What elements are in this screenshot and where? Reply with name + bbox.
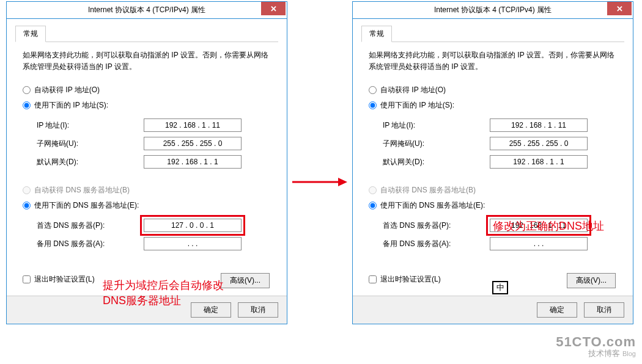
watermark-line1: 51CTO.com (556, 335, 636, 349)
radio-use-dns-label: 使用下面的 DNS 服务器地址(E): (380, 200, 485, 211)
cancel-button[interactable]: 取消 (584, 302, 624, 318)
ip-field-group: IP 地址(I): 192 . 168 . 1 . 11 子网掩码(U): 25… (366, 114, 619, 178)
close-button[interactable]: ✕ (261, 2, 286, 15)
radio-auto-ip-label: 自动获得 IP 地址(O) (34, 85, 100, 95)
ip-field-group: IP 地址(I): 192 . 168 . 1 . 11 子网掩码(U): 25… (20, 114, 273, 178)
cancel-button[interactable]: 取消 (238, 302, 278, 318)
dialog-body: 常规 如果网络支持此功能，则可以获取自动指派的 IP 设置。否则，你需要从网络系… (353, 19, 633, 296)
ok-button[interactable]: 确定 (537, 302, 577, 318)
radio-use-dns-input[interactable] (23, 202, 31, 209)
dns-secondary-input[interactable]: . . . (490, 237, 588, 250)
description-text: 如果网络支持此功能，则可以获取自动指派的 IP 设置。否则，你需要从网络系统管理… (369, 49, 617, 73)
gateway-row: 默认网关(D): 192 . 168 . 1 . 1 (383, 154, 616, 170)
ip-address-label: IP 地址(I): (383, 120, 490, 131)
radio-auto-dns-input (23, 186, 31, 194)
close-button[interactable]: ✕ (607, 2, 632, 15)
tab-general[interactable]: 常规 (361, 26, 392, 42)
radio-use-dns[interactable]: 使用下面的 DNS 服务器地址(E): (23, 199, 271, 212)
radio-use-ip[interactable]: 使用下面的 IP 地址(S): (23, 99, 271, 112)
titlebar[interactable]: Internet 协议版本 4 (TCP/IPv4) 属性 ✕ (353, 2, 633, 19)
ip-address-row: IP 地址(I): 192 . 168 . 1 . 11 (37, 117, 270, 133)
ip-address-label: IP 地址(I): (37, 120, 144, 131)
radio-use-ip-label: 使用下面的 IP 地址(S): (380, 100, 454, 111)
radio-use-ip-input[interactable] (369, 101, 377, 109)
radio-auto-dns: 自动获得 DNS 服务器地址(B) (23, 184, 271, 197)
dns-field-group: 首选 DNS 服务器(P): 192 . 168 . 1 . 11 备用 DNS… (366, 214, 619, 260)
gateway-input[interactable]: 192 . 168 . 1 . 1 (144, 155, 242, 169)
tab-strip: 常规 (361, 25, 624, 42)
titlebar[interactable]: Internet 协议版本 4 (TCP/IPv4) 属性 ✕ (7, 2, 287, 19)
validate-on-exit[interactable]: 退出时验证设置(L) (369, 274, 441, 285)
dns-secondary-row: 备用 DNS 服务器(A): . . . (37, 236, 270, 252)
svg-marker-1 (338, 178, 347, 186)
validate-on-exit[interactable]: 退出时验证设置(L) (23, 274, 95, 285)
window-title: Internet 协议版本 4 (TCP/IPv4) 属性 (353, 5, 633, 15)
validate-on-exit-label: 退出时验证设置(L) (34, 274, 95, 285)
bottom-row: 退出时验证设置(L) 高级(V)... (15, 266, 278, 289)
radio-auto-ip-input[interactable] (369, 86, 377, 94)
dns-secondary-label: 备用 DNS 服务器(A): (37, 239, 144, 249)
radio-auto-dns-label: 自动获得 DNS 服务器地址(B) (34, 185, 130, 195)
subnet-mask-label: 子网掩码(U): (37, 139, 144, 149)
watermark-line2: 技术博客 Blog (556, 349, 636, 358)
ip-address-input[interactable]: 192 . 168 . 1 . 11 (490, 118, 588, 132)
ip-address-input[interactable]: 192 . 168 . 1 . 11 (144, 118, 242, 132)
radio-use-dns-label: 使用下面的 DNS 服务器地址(E): (34, 200, 139, 211)
advanced-button[interactable]: 高级(V)... (567, 273, 616, 288)
ip-address-row: IP 地址(I): 192 . 168 . 1 . 11 (383, 117, 616, 133)
dns-primary-label: 首选 DNS 服务器(P): (37, 220, 144, 231)
ipv4-dialog-after: Internet 协议版本 4 (TCP/IPv4) 属性 ✕ 常规 如果网络支… (352, 1, 633, 324)
dialog-body: 常规 如果网络支持此功能，则可以获取自动指派的 IP 设置。否则，你需要从网络系… (7, 19, 287, 296)
gateway-label: 默认网关(D): (383, 157, 490, 167)
dns-primary-row: 首选 DNS 服务器(P): 192 . 168 . 1 . 11 (383, 217, 616, 233)
radio-use-ip[interactable]: 使用下面的 IP 地址(S): (369, 99, 617, 112)
advanced-button[interactable]: 高级(V)... (221, 273, 270, 288)
radio-auto-ip[interactable]: 自动获得 IP 地址(O) (23, 84, 271, 96)
radio-use-dns[interactable]: 使用下面的 DNS 服务器地址(E): (369, 199, 617, 212)
window-title: Internet 协议版本 4 (TCP/IPv4) 属性 (7, 5, 287, 15)
gateway-label: 默认网关(D): (37, 157, 144, 167)
radio-use-dns-input[interactable] (369, 202, 377, 209)
dns-primary-input[interactable]: 127 . 0 . 0 . 1 (144, 219, 242, 232)
ime-indicator[interactable]: 中 (492, 281, 508, 294)
subnet-mask-row: 子网掩码(U): 255 . 255 . 255 . 0 (383, 136, 616, 151)
radio-auto-dns-label: 自动获得 DNS 服务器地址(B) (380, 185, 476, 195)
dns-secondary-row: 备用 DNS 服务器(A): . . . (383, 236, 616, 252)
dns-primary-input[interactable]: 192 . 168 . 1 . 11 (490, 219, 588, 232)
radio-auto-dns: 自动获得 DNS 服务器地址(B) (369, 184, 617, 197)
dns-primary-row: 首选 DNS 服务器(P): 127 . 0 . 0 . 1 (37, 217, 270, 233)
arrow-icon (292, 176, 347, 188)
subnet-mask-label: 子网掩码(U): (383, 139, 490, 149)
dialog-footer: 确定 取消 (353, 296, 633, 324)
dns-secondary-label: 备用 DNS 服务器(A): (383, 239, 490, 249)
gateway-row: 默认网关(D): 192 . 168 . 1 . 1 (37, 154, 270, 170)
radio-use-ip-input[interactable] (23, 101, 31, 109)
validate-on-exit-checkbox[interactable] (23, 275, 31, 283)
dns-field-group: 首选 DNS 服务器(P): 127 . 0 . 0 . 1 备用 DNS 服务… (20, 214, 273, 260)
tab-strip: 常规 (15, 25, 278, 42)
validate-on-exit-checkbox[interactable] (369, 275, 377, 283)
watermark: 51CTO.com 技术博客 Blog (556, 335, 636, 358)
dialog-footer: 确定 取消 (7, 296, 287, 324)
subnet-mask-input[interactable]: 255 . 255 . 255 . 0 (144, 137, 242, 150)
validate-on-exit-label: 退出时验证设置(L) (380, 274, 441, 285)
radio-auto-ip-input[interactable] (23, 86, 31, 94)
radio-use-ip-label: 使用下面的 IP 地址(S): (34, 100, 108, 111)
radio-auto-ip[interactable]: 自动获得 IP 地址(O) (369, 84, 617, 96)
gateway-input[interactable]: 192 . 168 . 1 . 1 (490, 155, 588, 169)
subnet-mask-row: 子网掩码(U): 255 . 255 . 255 . 0 (37, 136, 270, 151)
dns-primary-label: 首选 DNS 服务器(P): (383, 220, 490, 231)
tab-general[interactable]: 常规 (15, 26, 46, 42)
ok-button[interactable]: 确定 (191, 302, 231, 318)
radio-auto-ip-label: 自动获得 IP 地址(O) (380, 85, 446, 95)
ipv4-dialog-before: Internet 协议版本 4 (TCP/IPv4) 属性 ✕ 常规 如果网络支… (6, 1, 287, 324)
description-text: 如果网络支持此功能，则可以获取自动指派的 IP 设置。否则，你需要从网络系统管理… (23, 49, 271, 73)
dns-secondary-input[interactable]: . . . (144, 237, 242, 250)
radio-auto-dns-input (369, 186, 377, 194)
subnet-mask-input[interactable]: 255 . 255 . 255 . 0 (490, 137, 588, 150)
